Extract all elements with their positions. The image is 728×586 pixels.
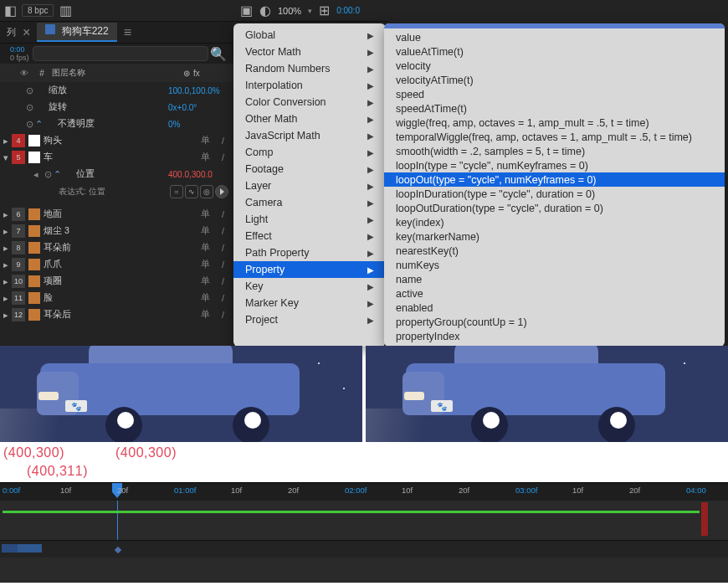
submenu-item[interactable]: speedAtTime(t): [384, 101, 725, 116]
ruler-tick: 01:00f: [174, 486, 196, 495]
timeline-navigator[interactable]: [0, 541, 728, 558]
submenu-item[interactable]: numKeys: [384, 258, 725, 272]
submenu-item[interactable]: name: [384, 272, 725, 286]
menu-item-effect[interactable]: Effect▶: [233, 228, 386, 244]
ruler-tick: 10f: [572, 486, 583, 495]
fx-icon[interactable]: fx: [193, 69, 200, 78]
display-icon[interactable]: ▣: [240, 3, 253, 18]
layer-row-12[interactable]: ▸ 12 耳朵后 单 /: [0, 306, 233, 323]
menu-item-project[interactable]: Project▶: [233, 311, 386, 328]
submenu-item[interactable]: velocity: [384, 59, 725, 73]
stopwatch-icon[interactable]: ⊙: [23, 102, 35, 112]
menu-item-light[interactable]: Light▶: [233, 211, 386, 228]
viewer-time[interactable]: 0:00:0: [336, 6, 360, 15]
layer-row-4[interactable]: ▸ 4 狗头 单 /: [0, 132, 233, 149]
name-column: 图层名称: [52, 67, 183, 79]
property-row-position[interactable]: ◂ ⊙ ⌃ 位置 400.0,300.0: [0, 166, 233, 182]
license-plate-icon: 🐾: [65, 400, 87, 412]
switch-pin[interactable]: 单: [188, 152, 222, 163]
submenu-item[interactable]: propertyIndex: [384, 329, 725, 343]
menu-item-comp[interactable]: Comp▶: [233, 144, 386, 161]
menu-item-path-property[interactable]: Path Property▶: [233, 244, 386, 261]
layer-row-6[interactable]: ▸ 6 地面 单 /: [0, 206, 233, 223]
switch-pin[interactable]: 单: [188, 135, 222, 146]
layer-row-9[interactable]: ▸ 9 爪爪 单 /: [0, 256, 233, 273]
stopwatch-icon[interactable]: ⊙: [23, 119, 35, 129]
folder-icon[interactable]: ▥: [59, 4, 72, 18]
submenu-item[interactable]: key(index): [384, 215, 725, 229]
submenu-item[interactable]: speed: [384, 87, 725, 101]
submenu-item[interactable]: loopOut(type = "cycle", numKeyframes = 0…: [384, 172, 725, 187]
property-row-rotation[interactable]: ⊙ 旋转 0x+0.0°: [0, 99, 233, 116]
layer-row-11[interactable]: ▸ 11 脸 单 /: [0, 290, 233, 306]
comp-tab-active[interactable]: 狗狗车222: [37, 23, 116, 42]
submenu-item[interactable]: loopInDuration(type = "cycle", duration …: [384, 187, 725, 201]
menu-item-marker-key[interactable]: Marker Key▶: [233, 295, 386, 311]
submenu-item[interactable]: loopOutDuration(type = "cycle", duration…: [384, 201, 725, 215]
layer-row-8[interactable]: ▸ 8 耳朵前 单 /: [0, 239, 233, 256]
menu-item-footage[interactable]: Footage▶: [233, 161, 386, 177]
work-area-bar[interactable]: [3, 511, 700, 513]
menu-item-other-math[interactable]: Other Math▶: [233, 111, 386, 127]
submenu-item[interactable]: nearestKey(t): [384, 244, 725, 258]
stopwatch-icon[interactable]: ⊙: [23, 85, 35, 95]
layer-name[interactable]: 狗头: [44, 135, 188, 146]
submenu-item[interactable]: enabled: [384, 301, 725, 315]
submenu-item[interactable]: temporalWiggle(freq, amp, octaves = 1, a…: [384, 130, 725, 144]
submenu-item[interactable]: velocityAtTime(t): [384, 73, 725, 87]
timecode-display[interactable]: 0:00 0 fps): [7, 45, 33, 62]
property-row-opacity[interactable]: ⊙ ⌃ 不透明度 0%: [0, 116, 233, 132]
menu-item-interpolation[interactable]: Interpolation▶: [233, 77, 386, 94]
layer-name[interactable]: 车: [44, 152, 188, 163]
expression-graph-icon[interactable]: ∿: [185, 185, 198, 198]
menu-item-vector-math[interactable]: Vector Math▶: [233, 44, 386, 60]
submenu-item[interactable]: valueAtTime(t): [384, 44, 725, 59]
stopwatch-icon[interactable]: ⊙: [42, 169, 54, 179]
shy-icon[interactable]: ⊛: [183, 69, 190, 78]
zoom-dropdown[interactable]: 100%: [278, 6, 301, 16]
number-column: #: [32, 69, 52, 78]
submenu-item[interactable]: wiggle(freq, amp, octaves = 1, amp_mult …: [384, 116, 725, 130]
menu-item-global[interactable]: Global▶: [233, 27, 386, 44]
quick-preview-icon[interactable]: ◧: [3, 4, 17, 18]
timeline-ruler[interactable]: 0:00f10f20f01:00f10f20f02:00f10f20f03:00…: [0, 482, 728, 501]
eye-column-icon[interactable]: 👁: [20, 69, 32, 78]
submenu-item[interactable]: propertyGroup(countUp = 1): [384, 315, 725, 329]
navigator-handle[interactable]: [2, 544, 42, 553]
bpc-badge[interactable]: 8 bpc: [22, 4, 54, 17]
menu-item-layer[interactable]: Layer▶: [233, 177, 386, 194]
menu-item-random-numbers[interactable]: Random Numbers▶: [233, 60, 386, 77]
tab-menu-icon[interactable]: ≡: [124, 25, 131, 40]
submenu-item[interactable]: loopIn(type = "cycle", numKeyframes = 0): [384, 158, 725, 172]
close-panel-icon[interactable]: ×: [23, 25, 30, 40]
submenu-item[interactable]: smooth(width = .2, samples = 5, t = time…: [384, 144, 725, 158]
layer-color-swatch[interactable]: [28, 135, 40, 146]
property-row-scale[interactable]: ⊙ 缩放 100.0,100.0%: [0, 82, 233, 99]
expression-category-menu[interactable]: Global▶Vector Math▶Random Numbers▶Interp…: [233, 23, 386, 347]
layer-row-7[interactable]: ▸ 7 烟尘 3 单 /: [0, 223, 233, 239]
expression-whip-icon[interactable]: ◎: [200, 185, 213, 198]
layer-color-swatch[interactable]: [28, 152, 40, 163]
submenu-item[interactable]: value: [384, 30, 725, 44]
mask-icon[interactable]: ◐: [259, 3, 271, 18]
submenu-item[interactable]: active: [384, 286, 725, 301]
timeline-track-area[interactable]: [0, 501, 728, 541]
ruler-tick: 0:00f: [3, 486, 20, 495]
expand-toggle[interactable]: ▾: [0, 152, 12, 162]
expression-menu-icon[interactable]: [215, 185, 228, 198]
layer-row-5[interactable]: ▾ 5 车 单 /: [0, 149, 233, 166]
keyframe-diamond-icon[interactable]: [115, 547, 121, 553]
expression-property-submenu[interactable]: valuevalueAtTime(t)velocityvelocityAtTim…: [384, 23, 725, 347]
ruler-tick: 10f: [402, 486, 413, 495]
layer-search-input[interactable]: [33, 46, 208, 61]
expression-equals-icon[interactable]: =: [170, 185, 183, 198]
menu-item-key[interactable]: Key▶: [233, 278, 386, 295]
menu-item-property[interactable]: Property▶: [233, 261, 386, 278]
menu-item-camera[interactable]: Camera▶: [233, 194, 386, 211]
menu-item-javascript-math[interactable]: JavaScript Math▶: [233, 127, 386, 144]
submenu-item[interactable]: key(markerName): [384, 229, 725, 244]
layer-row-10[interactable]: ▸ 10 项圈 单 /: [0, 273, 233, 290]
expand-toggle[interactable]: ▸: [0, 136, 12, 146]
menu-item-color-conversion[interactable]: Color Conversion▶: [233, 94, 386, 111]
viewer-grid-icon[interactable]: ⊞: [319, 3, 330, 18]
